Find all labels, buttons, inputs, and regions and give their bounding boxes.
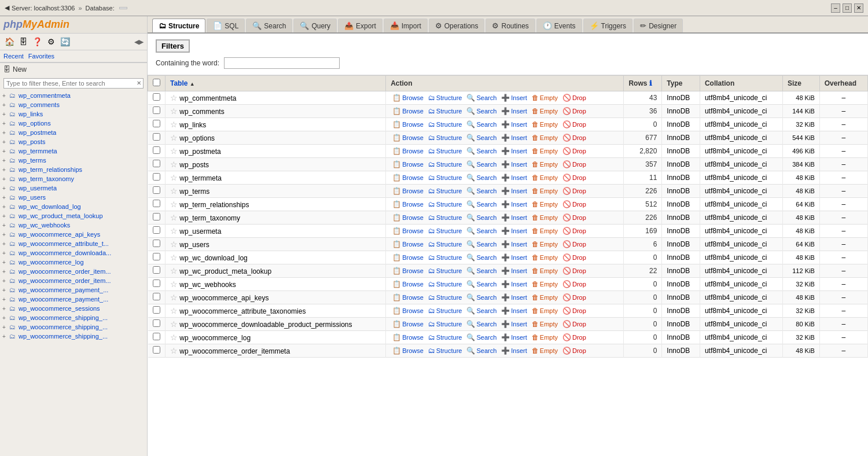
insert-button[interactable]: ➕Insert bbox=[499, 226, 529, 236]
drop-button[interactable]: 🚫Drop bbox=[561, 213, 588, 222]
structure-button[interactable]: 🗂Structure bbox=[426, 173, 464, 182]
drop-button[interactable]: 🚫Drop bbox=[561, 240, 588, 249]
search-button[interactable]: 🔍Search bbox=[465, 146, 498, 156]
browse-button[interactable]: 📋Browse bbox=[391, 319, 425, 329]
tab-sql[interactable]: 📄SQL bbox=[207, 19, 245, 32]
sidebar-table-item[interactable]: + 🗂 wp_woocommerce_payment_... bbox=[0, 285, 147, 295]
check-all-checkbox[interactable] bbox=[153, 79, 160, 86]
close-button[interactable]: ✕ bbox=[854, 3, 863, 13]
row-checkbox[interactable] bbox=[153, 306, 160, 314]
table-name-link[interactable]: wp_woocommerce_order_itemmeta bbox=[179, 347, 290, 355]
empty-button[interactable]: 🗑Empty bbox=[530, 293, 560, 302]
tab-search[interactable]: 🔍Search bbox=[246, 19, 292, 32]
empty-button[interactable]: 🗑Empty bbox=[530, 280, 560, 289]
sidebar-table-item[interactable]: + 🗂 wp_woocommerce_attribute_t... bbox=[0, 239, 147, 248]
table-name-link[interactable]: wp_wc_download_log bbox=[179, 254, 247, 262]
table-name-link[interactable]: wp_termmeta bbox=[179, 174, 222, 182]
sidebar-table-item[interactable]: + 🗂 wp_comments bbox=[0, 100, 147, 109]
tab-structure[interactable]: 🗂Structure bbox=[152, 19, 205, 32]
insert-button[interactable]: ➕Insert bbox=[499, 200, 529, 209]
sidebar-table-item[interactable]: + 🗂 wp_woocommerce_downloada... bbox=[0, 248, 147, 258]
table-name-link[interactable]: wp_posts bbox=[179, 161, 209, 169]
browse-button[interactable]: 📋Browse bbox=[391, 173, 425, 182]
drop-button[interactable]: 🚫Drop bbox=[561, 200, 588, 209]
empty-button[interactable]: 🗑Empty bbox=[530, 346, 560, 355]
db-icon[interactable]: 🗄 bbox=[17, 36, 29, 47]
favorite-star-icon[interactable]: ☆ bbox=[170, 280, 178, 289]
empty-button[interactable]: 🗑Empty bbox=[530, 213, 560, 222]
empty-button[interactable]: 🗑Empty bbox=[530, 266, 560, 275]
sidebar-table-item[interactable]: + 🗂 wp_woocommerce_api_keys bbox=[0, 230, 147, 239]
search-button[interactable]: 🔍Search bbox=[465, 213, 498, 222]
table-name-link[interactable]: wp_terms bbox=[179, 187, 209, 196]
tab-query[interactable]: 🔍Query bbox=[293, 19, 337, 32]
sidebar-table-item[interactable]: + 🗂 wp_posts bbox=[0, 137, 147, 146]
sidebar-table-item[interactable]: + 🗂 wp_postmeta bbox=[0, 128, 147, 137]
empty-button[interactable]: 🗑Empty bbox=[530, 106, 560, 116]
favorite-star-icon[interactable]: ☆ bbox=[170, 106, 178, 116]
drop-button[interactable]: 🚫Drop bbox=[561, 306, 588, 315]
table-name-link[interactable]: wp_term_taxonomy bbox=[179, 214, 240, 222]
sidebar-table-item[interactable]: + 🗂 wp_usermeta bbox=[0, 183, 147, 193]
favorite-star-icon[interactable]: ☆ bbox=[170, 319, 178, 329]
browse-button[interactable]: 📋Browse bbox=[391, 146, 425, 156]
back-icon[interactable]: ◀ bbox=[5, 4, 9, 12]
row-checkbox[interactable] bbox=[153, 213, 160, 220]
browse-button[interactable]: 📋Browse bbox=[391, 200, 425, 209]
recent-tab[interactable]: Recent bbox=[3, 53, 24, 60]
insert-button[interactable]: ➕Insert bbox=[499, 253, 529, 262]
drop-button[interactable]: 🚫Drop bbox=[561, 280, 588, 289]
drop-button[interactable]: 🚫Drop bbox=[561, 226, 588, 236]
rows-info-icon[interactable]: ℹ bbox=[649, 79, 652, 87]
favorite-star-icon[interactable]: ☆ bbox=[170, 293, 178, 302]
search-button[interactable]: 🔍Search bbox=[465, 186, 498, 196]
home-icon[interactable]: 🏠 bbox=[3, 36, 15, 47]
structure-button[interactable]: 🗂Structure bbox=[426, 213, 464, 222]
row-checkbox[interactable] bbox=[153, 266, 160, 274]
favorite-star-icon[interactable]: ☆ bbox=[170, 173, 178, 182]
insert-button[interactable]: ➕Insert bbox=[499, 266, 529, 275]
sidebar-table-item[interactable]: + 🗂 wp_woocommerce_shipping_... bbox=[0, 322, 147, 332]
favorites-tab[interactable]: Favorites bbox=[28, 53, 54, 60]
drop-button[interactable]: 🚫Drop bbox=[561, 106, 588, 116]
table-name-link[interactable]: wp_postmeta bbox=[179, 148, 220, 156]
browse-button[interactable]: 📋Browse bbox=[391, 280, 425, 289]
browse-button[interactable]: 📋Browse bbox=[391, 213, 425, 222]
favorite-star-icon[interactable]: ☆ bbox=[170, 240, 178, 249]
drop-button[interactable]: 🚫Drop bbox=[561, 293, 588, 302]
insert-button[interactable]: ➕Insert bbox=[499, 120, 529, 129]
structure-button[interactable]: 🗂Structure bbox=[426, 186, 464, 196]
table-name-link[interactable]: wp_term_relationships bbox=[179, 201, 249, 209]
search-button[interactable]: 🔍Search bbox=[465, 240, 498, 249]
insert-button[interactable]: ➕Insert bbox=[499, 240, 529, 249]
sidebar-table-item[interactable]: + 🗂 wp_woocommerce_order_item... bbox=[0, 276, 147, 285]
browse-button[interactable]: 📋Browse bbox=[391, 133, 425, 142]
empty-button[interactable]: 🗑Empty bbox=[530, 253, 560, 262]
search-button[interactable]: 🔍Search bbox=[465, 280, 498, 289]
sidebar-table-item[interactable]: + 🗂 wp_woocommerce_sessions bbox=[0, 304, 147, 313]
row-checkbox[interactable] bbox=[153, 280, 160, 287]
browse-button[interactable]: 📋Browse bbox=[391, 266, 425, 275]
empty-button[interactable]: 🗑Empty bbox=[530, 146, 560, 156]
structure-button[interactable]: 🗂Structure bbox=[426, 266, 464, 275]
row-checkbox[interactable] bbox=[153, 293, 160, 300]
sidebar-table-item[interactable]: + 🗂 wp_woocommerce_shipping_... bbox=[0, 313, 147, 322]
sidebar-table-item[interactable]: + 🗂 wp_woocommerce_order_item... bbox=[0, 267, 147, 276]
sidebar-table-item[interactable]: + 🗂 wp_woocommerce_log bbox=[0, 258, 147, 267]
drop-button[interactable]: 🚫Drop bbox=[561, 120, 588, 129]
tab-export[interactable]: 📤Export bbox=[338, 19, 382, 32]
insert-button[interactable]: ➕Insert bbox=[499, 173, 529, 182]
refresh-icon[interactable]: 🔄 bbox=[59, 36, 71, 47]
structure-button[interactable]: 🗂Structure bbox=[426, 200, 464, 209]
sidebar-table-item[interactable]: + 🗂 wp_users bbox=[0, 193, 147, 202]
tab-operations[interactable]: ⚙Operations bbox=[429, 19, 485, 32]
table-name-link[interactable]: wp_users bbox=[179, 241, 209, 249]
drop-button[interactable]: 🚫Drop bbox=[561, 346, 588, 355]
drop-button[interactable]: 🚫Drop bbox=[561, 319, 588, 329]
empty-button[interactable]: 🗑Empty bbox=[530, 306, 560, 315]
search-button[interactable]: 🔍Search bbox=[465, 106, 498, 116]
drop-button[interactable]: 🚫Drop bbox=[561, 93, 588, 102]
empty-button[interactable]: 🗑Empty bbox=[530, 93, 560, 102]
empty-button[interactable]: 🗑Empty bbox=[530, 186, 560, 196]
empty-button[interactable]: 🗑Empty bbox=[530, 319, 560, 329]
